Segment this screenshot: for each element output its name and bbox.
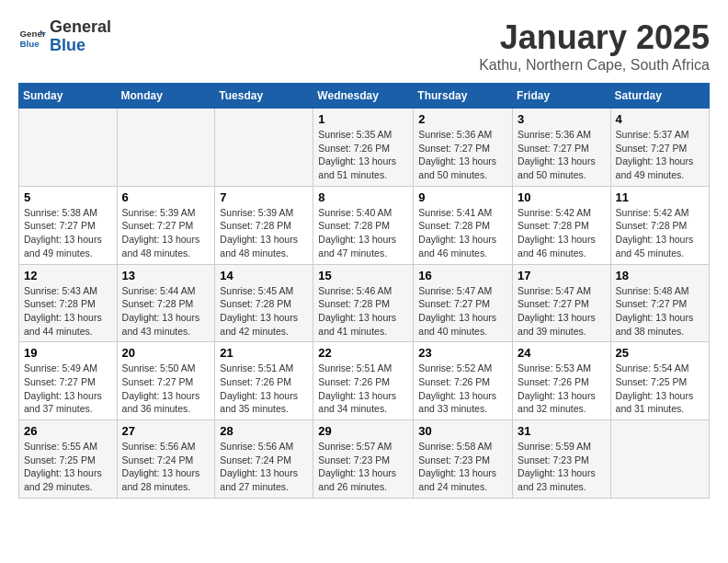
day-number: 15 (318, 269, 408, 282)
calendar-table: SundayMondayTuesdayWednesdayThursdayFrid… (18, 83, 710, 499)
day-info: Sunrise: 5:55 AM Sunset: 7:25 PM Dayligh… (24, 440, 112, 494)
day-number: 24 (518, 346, 606, 360)
day-info: Sunrise: 5:51 AM Sunset: 7:26 PM Dayligh… (318, 362, 408, 416)
calendar-cell: 31Sunrise: 5:59 AM Sunset: 7:23 PM Dayli… (513, 420, 611, 499)
calendar-title: January 2025 (479, 18, 710, 57)
day-info: Sunrise: 5:56 AM Sunset: 7:24 PM Dayligh… (220, 440, 308, 494)
calendar-cell: 15Sunrise: 5:46 AM Sunset: 7:28 PM Dayli… (313, 264, 414, 342)
calendar-cell: 19Sunrise: 5:49 AM Sunset: 7:27 PM Dayli… (19, 342, 118, 420)
day-info: Sunrise: 5:51 AM Sunset: 7:26 PM Dayligh… (220, 362, 308, 416)
day-info: Sunrise: 5:42 AM Sunset: 7:28 PM Dayligh… (616, 206, 704, 260)
day-info: Sunrise: 5:36 AM Sunset: 7:27 PM Dayligh… (418, 128, 507, 182)
day-info: Sunrise: 5:58 AM Sunset: 7:23 PM Dayligh… (418, 440, 507, 494)
day-number: 11 (616, 190, 704, 204)
calendar-cell (610, 420, 709, 499)
weekday-header-thursday: Thursday (414, 84, 513, 109)
day-info: Sunrise: 5:39 AM Sunset: 7:27 PM Dayligh… (122, 206, 210, 260)
day-info: Sunrise: 5:59 AM Sunset: 7:23 PM Dayligh… (518, 440, 606, 494)
weekday-header-wednesday: Wednesday (313, 84, 414, 109)
calendar-week-row: 1Sunrise: 5:35 AM Sunset: 7:26 PM Daylig… (19, 109, 710, 187)
calendar-cell: 18Sunrise: 5:48 AM Sunset: 7:27 PM Dayli… (610, 264, 709, 342)
day-info: Sunrise: 5:47 AM Sunset: 7:27 PM Dayligh… (418, 284, 507, 339)
day-info: Sunrise: 5:52 AM Sunset: 7:26 PM Dayligh… (418, 362, 507, 416)
calendar-cell: 7Sunrise: 5:39 AM Sunset: 7:28 PM Daylig… (215, 186, 313, 264)
svg-text:General: General (20, 29, 47, 39)
calendar-cell: 16Sunrise: 5:47 AM Sunset: 7:27 PM Dayli… (414, 264, 513, 342)
calendar-cell: 24Sunrise: 5:53 AM Sunset: 7:26 PM Dayli… (513, 342, 611, 420)
day-info: Sunrise: 5:44 AM Sunset: 7:28 PM Dayligh… (122, 284, 210, 339)
day-info: Sunrise: 5:35 AM Sunset: 7:26 PM Dayligh… (318, 128, 408, 182)
svg-text:Blue: Blue (20, 38, 40, 48)
day-info: Sunrise: 5:39 AM Sunset: 7:28 PM Dayligh… (220, 206, 308, 260)
day-number: 26 (24, 424, 112, 438)
day-info: Sunrise: 5:42 AM Sunset: 7:28 PM Dayligh… (518, 206, 606, 260)
calendar-cell: 28Sunrise: 5:56 AM Sunset: 7:24 PM Dayli… (215, 420, 313, 499)
day-info: Sunrise: 5:38 AM Sunset: 7:27 PM Dayligh… (24, 206, 112, 260)
day-number: 29 (318, 424, 408, 438)
weekday-header-row: SundayMondayTuesdayWednesdayThursdayFrid… (19, 84, 710, 109)
day-number: 27 (122, 424, 210, 438)
day-info: Sunrise: 5:41 AM Sunset: 7:28 PM Dayligh… (418, 206, 507, 260)
calendar-cell: 13Sunrise: 5:44 AM Sunset: 7:28 PM Dayli… (117, 264, 215, 342)
day-number: 19 (24, 346, 112, 360)
calendar-cell: 12Sunrise: 5:43 AM Sunset: 7:28 PM Dayli… (19, 264, 118, 342)
day-number: 31 (518, 424, 606, 438)
weekday-header-friday: Friday (513, 84, 611, 109)
calendar-cell: 9Sunrise: 5:41 AM Sunset: 7:28 PM Daylig… (414, 186, 513, 264)
calendar-cell: 2Sunrise: 5:36 AM Sunset: 7:27 PM Daylig… (414, 109, 513, 187)
day-info: Sunrise: 5:36 AM Sunset: 7:27 PM Dayligh… (518, 128, 606, 182)
calendar-cell: 27Sunrise: 5:56 AM Sunset: 7:24 PM Dayli… (117, 420, 215, 499)
calendar-week-row: 5Sunrise: 5:38 AM Sunset: 7:27 PM Daylig… (19, 186, 710, 264)
day-number: 12 (24, 269, 112, 282)
day-number: 25 (616, 346, 704, 360)
day-number: 2 (418, 112, 507, 126)
day-info: Sunrise: 5:45 AM Sunset: 7:28 PM Dayligh… (220, 284, 308, 339)
calendar-subtitle: Kathu, Northern Cape, South Africa (479, 57, 710, 74)
calendar-cell: 10Sunrise: 5:42 AM Sunset: 7:28 PM Dayli… (513, 186, 611, 264)
calendar-cell: 3Sunrise: 5:36 AM Sunset: 7:27 PM Daylig… (513, 109, 611, 187)
calendar-week-row: 12Sunrise: 5:43 AM Sunset: 7:28 PM Dayli… (19, 264, 710, 342)
day-number: 20 (122, 346, 210, 360)
calendar-cell (19, 109, 118, 187)
calendar-week-row: 19Sunrise: 5:49 AM Sunset: 7:27 PM Dayli… (19, 342, 710, 420)
calendar-cell (117, 109, 215, 187)
day-number: 21 (220, 346, 308, 360)
day-number: 3 (518, 112, 606, 126)
day-info: Sunrise: 5:57 AM Sunset: 7:23 PM Dayligh… (318, 440, 408, 494)
calendar-cell: 21Sunrise: 5:51 AM Sunset: 7:26 PM Dayli… (215, 342, 313, 420)
day-info: Sunrise: 5:54 AM Sunset: 7:25 PM Dayligh… (616, 362, 704, 416)
day-number: 1 (318, 112, 408, 126)
calendar-cell: 25Sunrise: 5:54 AM Sunset: 7:25 PM Dayli… (610, 342, 709, 420)
day-number: 23 (418, 346, 507, 360)
day-info: Sunrise: 5:53 AM Sunset: 7:26 PM Dayligh… (518, 362, 606, 416)
day-number: 30 (418, 424, 507, 438)
day-number: 7 (220, 190, 308, 204)
day-info: Sunrise: 5:56 AM Sunset: 7:24 PM Dayligh… (122, 440, 210, 494)
calendar-cell: 4Sunrise: 5:37 AM Sunset: 7:27 PM Daylig… (610, 109, 709, 187)
day-info: Sunrise: 5:37 AM Sunset: 7:27 PM Dayligh… (616, 128, 704, 182)
day-number: 13 (122, 269, 210, 282)
calendar-cell: 30Sunrise: 5:58 AM Sunset: 7:23 PM Dayli… (414, 420, 513, 499)
day-number: 16 (418, 269, 507, 282)
calendar-cell: 8Sunrise: 5:40 AM Sunset: 7:28 PM Daylig… (313, 186, 414, 264)
day-number: 28 (220, 424, 308, 438)
day-info: Sunrise: 5:43 AM Sunset: 7:28 PM Dayligh… (24, 284, 112, 339)
day-number: 5 (24, 190, 112, 204)
calendar-cell: 20Sunrise: 5:50 AM Sunset: 7:27 PM Dayli… (117, 342, 215, 420)
day-number: 17 (518, 269, 606, 282)
day-info: Sunrise: 5:49 AM Sunset: 7:27 PM Dayligh… (24, 362, 112, 416)
calendar-week-row: 26Sunrise: 5:55 AM Sunset: 7:25 PM Dayli… (19, 420, 710, 499)
day-info: Sunrise: 5:40 AM Sunset: 7:28 PM Dayligh… (318, 206, 408, 260)
weekday-header-tuesday: Tuesday (215, 84, 313, 109)
calendar-cell: 29Sunrise: 5:57 AM Sunset: 7:23 PM Dayli… (313, 420, 414, 499)
title-section: January 2025 Kathu, Northern Cape, South… (479, 18, 710, 74)
logo-icon: General Blue (18, 23, 46, 51)
weekday-header-sunday: Sunday (19, 84, 118, 109)
calendar-cell: 23Sunrise: 5:52 AM Sunset: 7:26 PM Dayli… (414, 342, 513, 420)
day-info: Sunrise: 5:48 AM Sunset: 7:27 PM Dayligh… (616, 284, 704, 339)
calendar-cell: 14Sunrise: 5:45 AM Sunset: 7:28 PM Dayli… (215, 264, 313, 342)
calendar-cell: 5Sunrise: 5:38 AM Sunset: 7:27 PM Daylig… (19, 186, 118, 264)
day-number: 22 (318, 346, 408, 360)
calendar-cell: 17Sunrise: 5:47 AM Sunset: 7:27 PM Dayli… (513, 264, 611, 342)
calendar-cell: 22Sunrise: 5:51 AM Sunset: 7:26 PM Dayli… (313, 342, 414, 420)
